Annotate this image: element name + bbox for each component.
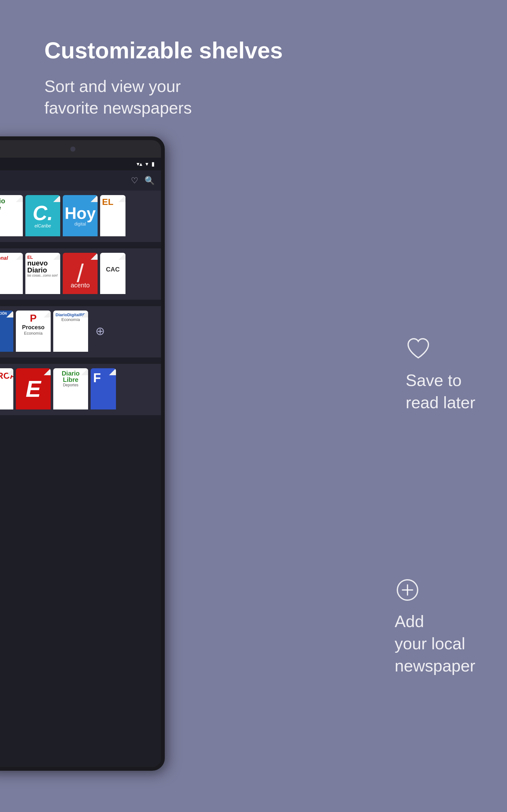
caribe-sub: elCaribe — [35, 223, 51, 229]
signal-icon: ▾▴ — [136, 160, 142, 167]
heart-toolbar-icon[interactable]: ♡ — [131, 176, 138, 186]
newspaper-tile-el[interactable]: EL — [100, 195, 125, 236]
newspaper-tile-diario-libre-deportes[interactable]: Diario Libre Deportes — [53, 368, 88, 409]
cac-text: CAC — [106, 266, 119, 273]
page-background: Customizable shelves Sort and view your … — [0, 0, 507, 812]
tablet-toolbar: % ♡ 🔍 — [0, 170, 161, 191]
shelf-2-bg: acional El nuevo Diario las cosas...como… — [0, 248, 161, 300]
newspaper-tile-e[interactable]: E — [16, 368, 51, 409]
shelf-1-bg: iario ibre C. elCaribe — [0, 191, 161, 242]
callout-add-text: Addyour localnewspaper — [395, 610, 475, 677]
newspaper-tile-arca[interactable]: ARCA — [0, 368, 13, 409]
newspaper-tile-acento[interactable]: / acento — [63, 253, 98, 294]
shelf-3: ORMACIÓN onomía P Proceso Economía — [0, 306, 161, 362]
newspaper-tile-f[interactable]: F — [91, 368, 116, 409]
shelf-1: iario ibre C. elCaribe — [0, 191, 161, 247]
shelf-1-bottom — [0, 242, 161, 247]
dlb-name1: Diario — [62, 370, 80, 376]
caribe-c: C. — [33, 203, 53, 223]
add-newspaper-button[interactable]: ⊕ — [91, 310, 110, 352]
wifi-icon: ▾ — [146, 160, 148, 167]
heart-icon — [406, 336, 475, 363]
proceso-p: P — [30, 312, 37, 324]
callout-save-text: Save toread later — [406, 369, 475, 414]
nd-diario: Diario — [27, 267, 58, 274]
formacion-text2: onomía — [0, 315, 12, 319]
shelf-2-bottom — [0, 300, 161, 304]
hoy-text: Hoy — [65, 205, 96, 221]
tablet-device: ▾▴ ▾ ▮ % ♡ 🔍 — [0, 136, 165, 771]
newspaper-tile-cac[interactable]: CAC — [100, 253, 125, 294]
f-text: F — [93, 371, 113, 385]
e-text: E — [26, 376, 41, 402]
nacional-text: acional — [0, 255, 20, 261]
shelf-4: ARCA E — [0, 364, 161, 420]
subtitle-line2: favorite newspapers — [44, 99, 192, 117]
formacion-text1: ORMACIÓN — [0, 312, 12, 315]
diario-libre-text1: iario — [0, 198, 20, 205]
newspaper-tile-proceso[interactable]: P Proceso Economía — [16, 310, 51, 352]
text-section: Customizable shelves Sort and view your … — [44, 38, 298, 119]
ddr-name: DiarioDigitalRD — [55, 312, 86, 317]
tablet-camera — [70, 147, 75, 152]
shelf-4-bg: ARCA E — [0, 364, 161, 415]
newspaper-tile-ddr[interactable]: DiarioDigitalRD Economía — [53, 310, 88, 352]
newspaper-tile-el-caribe[interactable]: C. elCaribe — [25, 195, 60, 236]
newspaper-tile-formacion[interactable]: ORMACIÓN onomía — [0, 310, 13, 352]
callout-add: Addyour localnewspaper — [395, 577, 475, 677]
nd-sub: las cosas...como son! — [27, 274, 58, 277]
ddr-sub: Economía — [61, 317, 80, 322]
newspaper-tile-hoy[interactable]: Hoy digital — [63, 195, 98, 236]
proceso-name: Proceso — [22, 324, 44, 331]
nd-nuevo: nuevo — [27, 260, 58, 267]
el-text: EL — [102, 197, 124, 207]
shelf-3-bottom — [0, 357, 161, 362]
dlb-name2: Libre — [63, 376, 78, 383]
newspaper-tile-nuevo-diario[interactable]: El nuevo Diario las cosas...como son! — [25, 253, 60, 294]
tablet-status-bar: ▾▴ ▾ ▮ — [0, 158, 161, 170]
dlb-sub: Deportes — [63, 383, 78, 387]
acento-text: acento — [71, 282, 90, 289]
main-title: Customizable shelves — [44, 38, 298, 63]
subtitle: Sort and view your favorite newspapers — [44, 76, 298, 119]
tablet-content: iario ibre C. elCaribe — [0, 191, 161, 421]
newspaper-tile-diario-libre[interactable]: iario ibre — [0, 195, 23, 236]
callout-save: Save toread later — [406, 336, 475, 414]
plus-circle-icon — [395, 577, 475, 604]
proceso-sub: Economía — [24, 331, 43, 336]
hoy-sub: digital — [74, 221, 86, 226]
shelf-3-bg: ORMACIÓN onomía P Proceso Economía — [0, 306, 161, 357]
search-toolbar-icon[interactable]: 🔍 — [145, 176, 155, 186]
arca-text: ARCA — [0, 371, 11, 381]
subtitle-line1: Sort and view your — [44, 77, 181, 96]
battery-icon: ▮ — [152, 160, 155, 167]
tablet-screen: ▾▴ ▾ ▮ % ♡ 🔍 — [0, 158, 161, 767]
shelf-2: acional El nuevo Diario las cosas...como… — [0, 248, 161, 304]
toolbar-icons: ♡ 🔍 — [131, 176, 155, 186]
tablet-wrapper: ▾▴ ▾ ▮ % ♡ 🔍 — [0, 136, 171, 803]
diario-libre-text2: ibre — [0, 205, 20, 211]
newspaper-tile-nacional[interactable]: acional — [0, 253, 23, 294]
shelf-4-bottom — [0, 415, 161, 420]
